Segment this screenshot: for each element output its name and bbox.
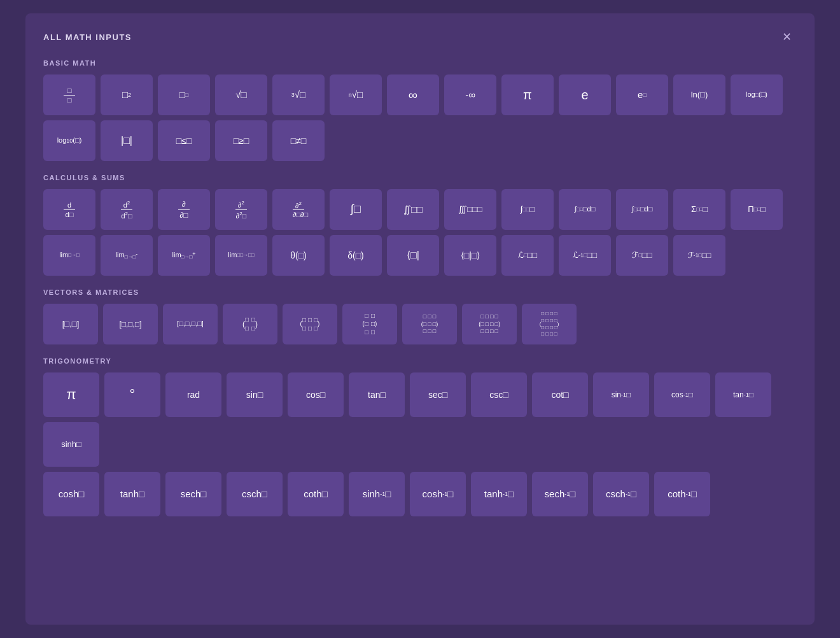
neg-infinity-button[interactable]: -∞: [444, 74, 496, 115]
math-inputs-modal: ALL MATH INPUTS ✕ BASIC MATH □ □ □2 □□ √…: [25, 13, 815, 625]
infinity-button[interactable]: ∞: [387, 74, 439, 115]
calculus-row1: d d□ d2 d2□ ∂ ∂□ ∂2 ∂2□: [43, 189, 797, 230]
product-button[interactable]: Π□□□: [731, 189, 783, 230]
close-button[interactable]: ✕: [777, 29, 797, 45]
partial-mn-button[interactable]: ∂2 ∂□∂□: [272, 189, 325, 230]
pi-button[interactable]: π: [501, 74, 554, 115]
mat34-button[interactable]: ( □□□□ □□□□ □□□□ ): [462, 304, 517, 344]
trig-section: TRIGONOMETRY π ° rad sin□ cos□ tan□ sec□…: [43, 357, 797, 516]
vec3-button[interactable]: [□,□,□]: [103, 304, 158, 344]
mat44-button[interactable]: ( □□□□ □□□□ □□□□ □□□□ ): [522, 304, 577, 344]
braket-button[interactable]: ⟨□|□⟩: [444, 235, 496, 276]
limit-mn-button[interactable]: lim□□→□□: [215, 235, 267, 276]
basic-math-row1: □ □ □2 □□ √□ 3√□ n√□ ∞ -∞ π e e□ ln(□) l…: [43, 74, 797, 115]
csc-button[interactable]: csc□: [471, 372, 527, 417]
def-integral2-button[interactable]: ∫□□□d□: [559, 189, 611, 230]
limit-pos-button[interactable]: lim□→□+: [158, 235, 210, 276]
coth-button[interactable]: coth□: [288, 472, 344, 516]
sqrt-button[interactable]: √□: [215, 74, 267, 115]
sum-button[interactable]: Σ□□□: [673, 189, 725, 230]
trig-label: TRIGONOMETRY: [43, 357, 797, 365]
integral-button[interactable]: ∫□: [330, 189, 382, 230]
mat33-button[interactable]: ( □□□ □□□ □□□ ): [402, 304, 457, 344]
log-button[interactable]: log□(□): [731, 74, 783, 115]
laplace-inv-button[interactable]: ℒ-1□□□: [559, 235, 611, 276]
csch-button[interactable]: csch□: [227, 472, 283, 516]
modal-title: ALL MATH INPUTS: [43, 32, 132, 42]
triple-integral-button[interactable]: ∭□□□: [444, 189, 496, 230]
nthrt-button[interactable]: n√□: [330, 74, 382, 115]
limit-neg-button[interactable]: lim□→□-: [101, 235, 153, 276]
vectors-row1: [□,□] [□,□,□] [□,□,□,□] ( □□ □□ ) ( □□□ …: [43, 304, 797, 344]
fourier-inv-button[interactable]: ℱ-1□□□: [673, 235, 725, 276]
trig-row2: cosh□ tanh□ sech□ csch□ coth□ sinh-1□ co…: [43, 472, 797, 516]
tanh-button[interactable]: tanh□: [104, 472, 160, 516]
second-derivative-button[interactable]: d2 d2□: [101, 189, 153, 230]
trig-deg-button[interactable]: °: [104, 372, 160, 417]
trig-pi-button[interactable]: π: [43, 372, 99, 417]
derivative-button[interactable]: d d□: [43, 189, 95, 230]
limit-button[interactable]: lim□→□: [43, 235, 95, 276]
arcsinh-button[interactable]: sinh-1□: [349, 472, 405, 516]
arcsin-button[interactable]: sin-1□: [593, 372, 649, 417]
arccoth-button[interactable]: coth-1□: [654, 472, 710, 516]
arccos-button[interactable]: cos-1□: [654, 372, 710, 417]
partial-button[interactable]: ∂ ∂□: [158, 189, 210, 230]
log10-button[interactable]: log10(□): [43, 120, 95, 161]
calculus-label: CALCULUS & SUMS: [43, 174, 797, 181]
cosh-button[interactable]: cosh□: [43, 472, 99, 516]
basic-math-row2: log10(□) |□| □≤□ □≥□ □≠□: [43, 120, 797, 161]
arcsech-button[interactable]: sech-1□: [532, 472, 588, 516]
sinh-button[interactable]: sinh□: [43, 422, 99, 467]
neq-button[interactable]: □≠□: [272, 120, 325, 161]
power-button[interactable]: □□: [158, 74, 210, 115]
def-integral3-button[interactable]: ∫□□□d□: [616, 189, 668, 230]
vectors-section: VECTORS & MATRICES [□,□] [□,□,□] [□,□,□,…: [43, 288, 797, 344]
calculus-row2: lim□→□ lim□→□- lim□→□+ lim□□→□□ θ(□) δ(□…: [43, 235, 797, 276]
vectors-label: VECTORS & MATRICES: [43, 288, 797, 296]
basic-math-section: BASIC MATH □ □ □2 □□ √□ 3√□ n√□ ∞ -∞ π e…: [43, 59, 797, 161]
arctanh-button[interactable]: tanh-1□: [471, 472, 527, 516]
cbrt-button[interactable]: 3√□: [272, 74, 325, 115]
arctan-button[interactable]: tan-1□: [715, 372, 771, 417]
modal-header: ALL MATH INPUTS ✕: [43, 29, 797, 45]
laplace-button[interactable]: ℒ□□□: [501, 235, 554, 276]
leq-button[interactable]: □≤□: [158, 120, 210, 161]
square-power-button[interactable]: □2: [101, 74, 153, 115]
vec2-button[interactable]: [□,□]: [43, 304, 98, 344]
double-integral-button[interactable]: ∬□□: [387, 189, 439, 230]
trig-row1: π ° rad sin□ cos□ tan□ sec□ csc□ cot□ si…: [43, 372, 797, 467]
e-button[interactable]: e: [559, 74, 611, 115]
bra-button[interactable]: ⟨□|: [387, 235, 439, 276]
partial2-button[interactable]: ∂2 ∂2□: [215, 189, 267, 230]
mat22-button[interactable]: ( □□ □□ ): [223, 304, 277, 344]
cot-button[interactable]: cot□: [532, 372, 588, 417]
abs-button[interactable]: |□|: [101, 120, 153, 161]
arccosh-button[interactable]: cosh-1□: [410, 472, 466, 516]
heaviside-button[interactable]: θ(□): [272, 235, 325, 276]
tan-button[interactable]: tan□: [349, 372, 405, 417]
mat32-button[interactable]: ( □□ □□ □□ ): [342, 304, 397, 344]
sin-button[interactable]: sin□: [227, 372, 283, 417]
trig-rad-button[interactable]: rad: [165, 372, 221, 417]
vec4-button[interactable]: [□,□,□,□]: [163, 304, 218, 344]
sech-button[interactable]: sech□: [165, 472, 221, 516]
ln-button[interactable]: ln(□): [673, 74, 725, 115]
fraction-button[interactable]: □ □: [43, 74, 95, 115]
basic-math-label: BASIC MATH: [43, 59, 797, 67]
arccsch-button[interactable]: csch-1□: [593, 472, 649, 516]
geq-button[interactable]: □≥□: [215, 120, 267, 161]
cos-button[interactable]: cos□: [288, 372, 344, 417]
fourier-button[interactable]: ℱ□□□: [616, 235, 668, 276]
sec-button[interactable]: sec□: [410, 372, 466, 417]
e-power-button[interactable]: e□: [616, 74, 668, 115]
def-integral-button[interactable]: ∫□□□: [501, 189, 554, 230]
calculus-section: CALCULUS & SUMS d d□ d2 d2□ ∂ ∂□: [43, 174, 797, 276]
dirac-button[interactable]: δ(□): [330, 235, 382, 276]
mat23-button[interactable]: ( □□□ □□□ ): [283, 304, 337, 344]
